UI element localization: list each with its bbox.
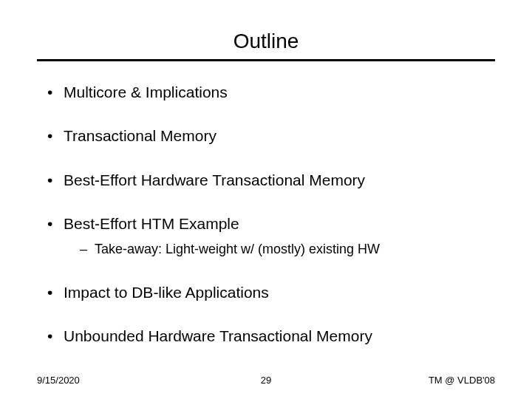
- sub-list: Take-away: Light-weight w/ (mostly) exis…: [64, 241, 495, 258]
- list-item: Best-Effort HTM Example Take-away: Light…: [44, 214, 495, 259]
- sub-text: Take-away: Light-weight w/ (mostly) exis…: [95, 242, 380, 256]
- title-rule: [37, 59, 495, 61]
- bullet-text: Impact to DB-like Applications: [64, 284, 269, 301]
- list-item: Multicore & Implications: [44, 82, 495, 102]
- list-item: Best-Effort Hardware Transactional Memor…: [44, 170, 495, 190]
- sub-item: Take-away: Light-weight w/ (mostly) exis…: [78, 241, 495, 258]
- footer: 9/15/2020 29 TM @ VLDB'08: [0, 375, 532, 386]
- bullet-text: Unbounded Hardware Transactional Memory: [64, 327, 372, 344]
- footer-venue: TM @ VLDB'08: [429, 375, 495, 386]
- footer-page-number: 29: [261, 375, 271, 386]
- bullet-text: Transactional Memory: [64, 127, 216, 144]
- slide: Outline Multicore & Implications Transac…: [0, 0, 532, 399]
- bullet-list: Multicore & Implications Transactional M…: [37, 82, 495, 346]
- bullet-text: Best-Effort HTM Example: [64, 215, 239, 232]
- page-title: Outline: [37, 30, 495, 53]
- list-item: Impact to DB-like Applications: [44, 282, 495, 302]
- list-item: Transactional Memory: [44, 126, 495, 146]
- list-item: Unbounded Hardware Transactional Memory: [44, 326, 495, 346]
- footer-date: 9/15/2020: [37, 375, 80, 386]
- bullet-text: Multicore & Implications: [64, 83, 228, 100]
- bullet-text: Best-Effort Hardware Transactional Memor…: [64, 171, 365, 188]
